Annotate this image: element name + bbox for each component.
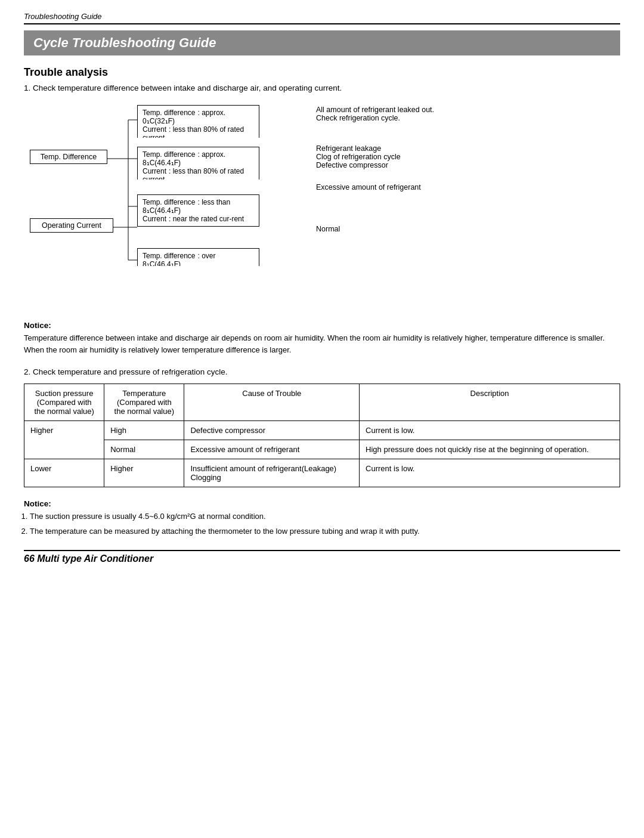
right-descriptions: All amount of refrigerant leaked out.Che… <box>316 102 620 307</box>
table-header-row: Suction pressure(Compared withthe normal… <box>24 384 620 421</box>
right-desc-1: All amount of refrigerant leaked out.Che… <box>316 102 620 141</box>
table-row: Lower Higher Insufficient amount of refr… <box>24 459 620 487</box>
cell-cause-insufficient: Insufficient amount of refrigerant(Leaka… <box>184 459 360 487</box>
table-row: Higher High Defective compressor Current… <box>24 421 620 440</box>
notice1-text: Temperature difference between intake an… <box>24 332 620 355</box>
footer-text: 66 Multi type Air Conditioner <box>24 553 620 564</box>
section2-intro: 2. Check temperature and pressure of ref… <box>24 367 620 376</box>
cell-temp-higher: Higher <box>104 459 184 487</box>
cell-cause-defective: Defective compressor <box>184 421 360 440</box>
section1-intro: 1. Check temperature difference between … <box>24 84 620 92</box>
condition-box-3: Temp. difference: less than 8₁C(46.4₁F) … <box>137 194 259 227</box>
left-label-temp: Temp. Difference <box>30 150 107 164</box>
diagram-container: Temp. Difference Operating Current <box>30 102 620 307</box>
condition-box-1: Temp. difference: approx. 0₁C(32₁F) Curr… <box>137 105 259 138</box>
table-row: Normal Excessive amount of refrigerant H… <box>24 440 620 459</box>
cell-desc-high-pressure: High pressure does not quickly rise at t… <box>360 440 620 459</box>
right-desc-4: Normal <box>316 221 620 245</box>
diagram-svg: Temp. Difference Operating Current <box>30 102 304 305</box>
cell-cause-excessive: Excessive amount of refrigerant <box>184 440 360 459</box>
condition-box-2: Temp. difference: approx. 8₁C(46.4₁F) Cu… <box>137 147 259 180</box>
notice1-title: Notice: <box>24 321 620 330</box>
left-label-current: Operating Current <box>30 218 113 233</box>
notice-section-1: Notice: Temperature difference between i… <box>24 321 620 355</box>
top-label: Troubleshooting Guide <box>24 12 620 21</box>
col-header-desc: Description <box>360 384 620 421</box>
cell-desc-current-low-2: Current is low. <box>360 459 620 487</box>
notice2-list: The suction pressure is usually 4.5~6.0 … <box>24 511 620 538</box>
section-title: Trouble analysis <box>24 66 620 79</box>
cell-desc-current-low-1: Current is low. <box>360 421 620 440</box>
title-box: Cycle Troubleshooting Guide <box>24 30 620 55</box>
pressure-table: Suction pressure(Compared withthe normal… <box>24 384 620 487</box>
notice2-item-1: The suction pressure is usually 4.5~6.0 … <box>30 511 620 523</box>
cell-suction-lower: Lower <box>24 459 104 487</box>
cell-suction-higher: Higher <box>24 421 104 459</box>
notice2-item-2: The temperature can be measured by attac… <box>30 525 620 538</box>
right-desc-2: Refrigerant leakageClog of refrigeration… <box>316 141 620 180</box>
col-header-temp: Temperature(Compared withthe normal valu… <box>104 384 184 421</box>
cell-temp-normal: Normal <box>104 440 184 459</box>
condition-box-4: Temp. difference: over 8₁C(46.4₁F) <box>137 248 259 266</box>
cell-temp-high: High <box>104 421 184 440</box>
right-desc-3: Excessive amount of refrigerant <box>316 180 620 221</box>
notice-section-2: Notice: The suction pressure is usually … <box>24 499 620 538</box>
col-header-suction: Suction pressure(Compared withthe normal… <box>24 384 104 421</box>
notice2-title: Notice: <box>24 499 620 508</box>
page-title: Cycle Troubleshooting Guide <box>33 35 611 51</box>
top-rule <box>24 23 620 24</box>
col-header-cause: Cause of Trouble <box>184 384 360 421</box>
footer-rule <box>24 550 620 551</box>
